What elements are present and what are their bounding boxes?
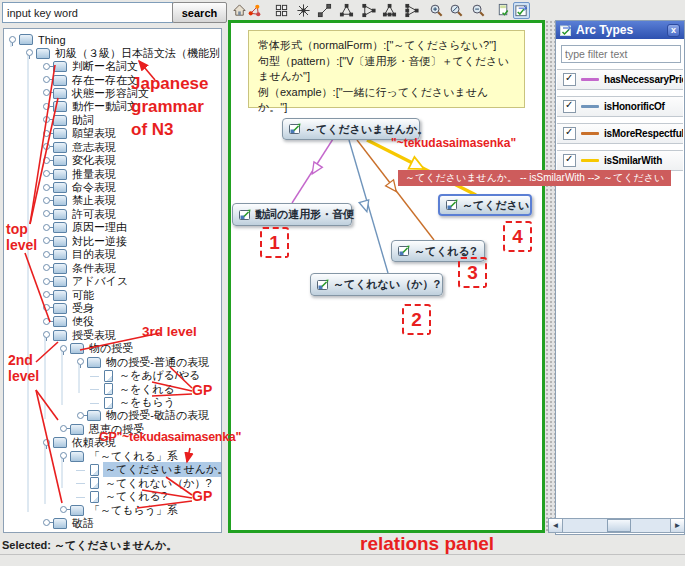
- split-pane-divider[interactable]: [545, 20, 555, 533]
- tree-item[interactable]: ～てくれる?: [4, 490, 221, 503]
- tree-item[interactable]: 命令表現: [4, 181, 221, 194]
- tree-item[interactable]: 意志表現: [4, 141, 221, 154]
- tree-node-icon: [70, 505, 84, 516]
- balloon-layout-down-icon[interactable]: [381, 2, 398, 19]
- checkbox-checked-icon[interactable]: [563, 100, 576, 113]
- tree-item[interactable]: 許可表現: [4, 208, 221, 221]
- tree-toggle-icon[interactable]: [42, 438, 52, 448]
- tree-toggle-icon[interactable]: [42, 115, 52, 125]
- graph-node[interactable]: ～てくれない（か）?: [310, 273, 443, 296]
- tree-toggle-icon[interactable]: [8, 35, 18, 45]
- tree-node-icon: [53, 518, 67, 529]
- tree-item[interactable]: 禁止表現: [4, 194, 221, 207]
- tree-item[interactable]: ～てくださいませんか。: [4, 463, 221, 476]
- tree-toggle-icon[interactable]: [42, 303, 52, 313]
- tree-toggle-icon[interactable]: [42, 317, 52, 327]
- tree-toggle-icon[interactable]: [42, 330, 52, 340]
- tree-node-icon: [87, 410, 101, 421]
- tree-item[interactable]: 初級（３級）日本語文法（機能別）: [4, 46, 221, 59]
- search-button[interactable]: search: [172, 2, 227, 23]
- tree-item[interactable]: 条件表現: [4, 261, 221, 274]
- graph-node[interactable]: 動詞の連用形・音便: [232, 203, 352, 226]
- tree-item-label: Thing: [36, 34, 68, 46]
- arc-type-row[interactable]: isMoreRespectfulThan: [557, 123, 683, 144]
- tree-toggle-icon[interactable]: [76, 357, 86, 367]
- tree-toggle-icon[interactable]: [42, 169, 52, 179]
- tree-item[interactable]: ～をもらう: [4, 396, 221, 409]
- search-input[interactable]: [2, 2, 173, 23]
- tree-toggle-icon[interactable]: [42, 290, 52, 300]
- graph-node-selected[interactable]: ～てください: [438, 194, 532, 216]
- concept-pin-icon: [398, 245, 410, 257]
- tree-toggle-icon[interactable]: [59, 505, 69, 515]
- tree-toggle-icon[interactable]: [42, 277, 52, 287]
- tree-toggle-icon[interactable]: [42, 62, 52, 72]
- tree-item[interactable]: 受身: [4, 302, 221, 315]
- zoom-reset-icon[interactable]: [448, 2, 465, 19]
- tree-item[interactable]: アドバイス: [4, 275, 221, 288]
- tree-layout-down-icon[interactable]: [338, 2, 355, 19]
- relations-panel[interactable]: 常体形式（normalForm）:["～てくださらない?"] 句型（patter…: [228, 20, 545, 533]
- zoom-out-icon[interactable]: [470, 2, 487, 19]
- checkbox-checked-icon[interactable]: [563, 73, 576, 86]
- arc-type-row[interactable]: isSmilarWith: [557, 150, 683, 171]
- tree-toggle-icon[interactable]: [76, 492, 86, 502]
- relations-view-icon[interactable]: [246, 2, 263, 19]
- tree-item[interactable]: 可能: [4, 288, 221, 301]
- tree-item[interactable]: 敬語: [4, 517, 221, 530]
- radial-layout-icon[interactable]: [295, 2, 312, 19]
- tree-item[interactable]: 物の授受-敬語の表現: [4, 409, 221, 422]
- tree-toggle-icon[interactable]: [42, 156, 52, 166]
- tree-toggle-icon[interactable]: [90, 371, 100, 381]
- tree-toggle-icon[interactable]: [59, 424, 69, 434]
- node-panel-toggle-icon[interactable]: [495, 2, 512, 19]
- scroll-left-icon[interactable]: ◄: [549, 519, 563, 532]
- tree-item-label: 敬語: [70, 516, 96, 531]
- tree-item[interactable]: ～てくれない（か）?: [4, 476, 221, 489]
- tree-toggle-icon[interactable]: [76, 465, 86, 475]
- tree-item[interactable]: 「～てくれる」系: [4, 450, 221, 463]
- arc-types-header: Arc Types x: [556, 21, 684, 39]
- scrollbar-thumb[interactable]: [607, 519, 631, 532]
- checkbox-checked-icon[interactable]: [563, 127, 576, 140]
- tree-toggle-icon[interactable]: [59, 344, 69, 354]
- arc-type-row[interactable]: isHonorificOf: [557, 96, 683, 117]
- arc-panel-toggle-icon[interactable]: [513, 2, 530, 19]
- tree-toggle-icon[interactable]: [25, 48, 35, 58]
- tree-toggle-icon[interactable]: [42, 263, 52, 273]
- tree-item[interactable]: 推量表現: [4, 167, 221, 180]
- scrollbar-track[interactable]: [563, 519, 670, 532]
- tree-toggle-icon[interactable]: [42, 518, 52, 528]
- zoom-in-icon[interactable]: [428, 2, 445, 19]
- tree-toggle-icon[interactable]: [76, 478, 86, 488]
- tree-toggle-icon[interactable]: [90, 398, 100, 408]
- tree-item[interactable]: 「～てもらう」系: [4, 503, 221, 516]
- tree-toggle-icon[interactable]: [42, 142, 52, 152]
- tree-toggle-icon[interactable]: [42, 88, 52, 98]
- tree-item[interactable]: 変化表現: [4, 154, 221, 167]
- link-tool-icon[interactable]: [316, 2, 333, 19]
- arc-type-filter-input[interactable]: [561, 45, 681, 63]
- checkbox-checked-icon[interactable]: [563, 154, 576, 167]
- tree-toggle-icon[interactable]: [90, 384, 100, 394]
- close-icon[interactable]: x: [667, 24, 680, 37]
- definition-note: 常体形式（normalForm）:["～てくださらない?"] 句型（patter…: [248, 30, 525, 108]
- tree-toggle-icon[interactable]: [42, 196, 52, 206]
- tree-toggle-icon[interactable]: [42, 102, 52, 112]
- tree-item[interactable]: Thing: [4, 33, 221, 46]
- annotation-gp-upper: GP: [192, 382, 212, 398]
- balloon-layout-left-icon[interactable]: [403, 2, 420, 19]
- tree-toggle-icon[interactable]: [42, 75, 52, 85]
- tree-item[interactable]: ～をくれる: [4, 382, 221, 395]
- tree-toggle-icon[interactable]: [59, 451, 69, 461]
- tree-toggle-icon[interactable]: [76, 411, 86, 421]
- tree-node-icon: [53, 290, 67, 301]
- tree-toggle-icon[interactable]: [42, 129, 52, 139]
- tree-layout-left-icon[interactable]: [360, 2, 377, 19]
- arc-type-row[interactable]: hasNecessaryPrior: [557, 69, 683, 90]
- tree-toggle-icon[interactable]: [42, 183, 52, 193]
- scroll-right-icon[interactable]: ►: [670, 519, 684, 532]
- tree-toggle-icon[interactable]: [42, 209, 52, 219]
- grid-layout-icon[interactable]: [273, 2, 290, 19]
- horizontal-scrollbar[interactable]: ◄ ►: [548, 518, 685, 533]
